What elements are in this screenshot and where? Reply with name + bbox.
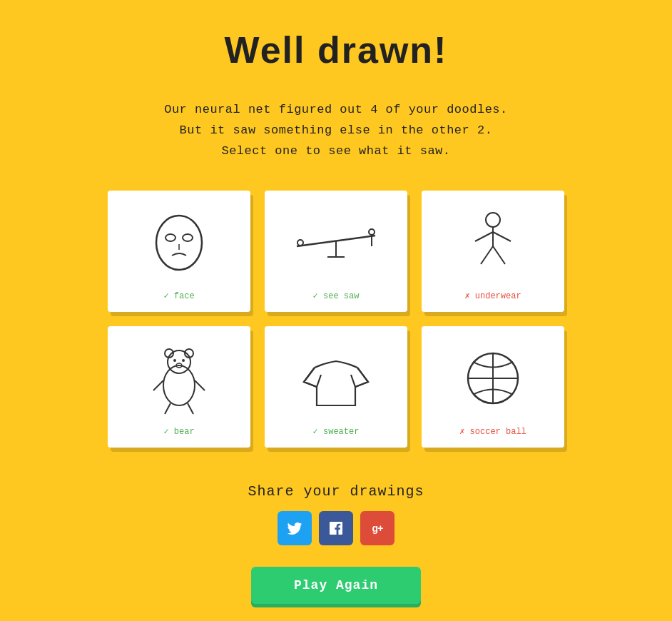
card-bear[interactable]: ✓ bear [108, 326, 250, 448]
underwear-label: ✗ underwear [464, 291, 521, 301]
svg-line-20 [153, 380, 163, 390]
card-soccer-ball[interactable]: ✗ soccer ball [422, 326, 564, 448]
svg-point-0 [156, 216, 202, 270]
twitter-button[interactable] [278, 511, 312, 545]
social-buttons: g+ [278, 511, 394, 545]
svg-point-7 [297, 240, 303, 246]
sweater-drawing [275, 337, 397, 420]
svg-point-16 [163, 365, 195, 405]
svg-line-23 [188, 403, 193, 414]
bear-drawing [118, 337, 240, 420]
svg-point-25 [182, 359, 185, 362]
see-saw-drawing [275, 201, 397, 285]
google-icon-text: g+ [372, 522, 383, 534]
soccer-ball-drawing [432, 337, 554, 420]
card-underwear[interactable]: ✗ underwear [422, 191, 564, 312]
sweater-label: ✓ sweater [313, 426, 360, 437]
svg-point-2 [183, 234, 193, 241]
svg-point-17 [168, 350, 190, 373]
bear-label: ✓ bear [163, 426, 194, 437]
subtitle: Our neural net figured out 4 of your doo… [164, 100, 508, 162]
svg-line-22 [165, 403, 170, 414]
page-title: Well drawn! [225, 29, 448, 71]
play-again-button[interactable]: Play Again [251, 567, 421, 604]
soccer-ball-label: ✗ soccer ball [459, 426, 526, 437]
share-section: Share your drawings g+ [248, 483, 424, 545]
card-face[interactable]: ✓ face [108, 191, 250, 312]
svg-line-21 [195, 380, 205, 390]
google-button[interactable]: g+ [360, 511, 394, 545]
underwear-drawing [432, 201, 554, 285]
face-drawing [118, 201, 240, 285]
card-sweater[interactable]: ✓ sweater [265, 326, 407, 448]
card-see-saw[interactable]: ✓ see saw [265, 191, 407, 312]
svg-line-12 [475, 232, 493, 241]
doodle-grid: ✓ face ✓ see saw [108, 191, 564, 448]
svg-point-1 [166, 234, 175, 241]
svg-point-10 [486, 213, 500, 227]
svg-line-14 [481, 246, 493, 264]
svg-line-15 [493, 246, 505, 264]
share-title: Share your drawings [248, 483, 424, 500]
facebook-button[interactable] [319, 511, 353, 545]
see-saw-label: ✓ see saw [313, 291, 360, 301]
svg-line-13 [493, 232, 511, 241]
svg-point-8 [369, 229, 375, 235]
svg-point-24 [173, 359, 176, 362]
face-label: ✓ face [163, 291, 194, 301]
